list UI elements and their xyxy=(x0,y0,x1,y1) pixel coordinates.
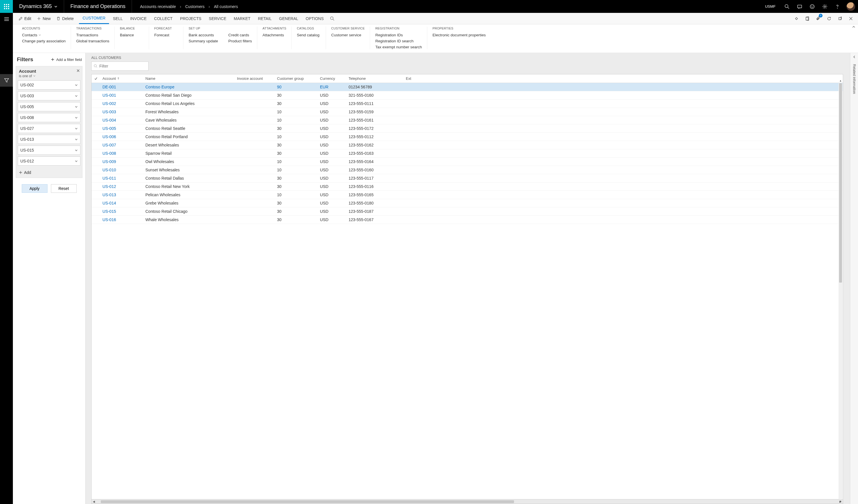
cell-name[interactable]: Sunset Wholesales xyxy=(143,168,235,172)
table-row[interactable]: US-002Contoso Retail Los Angeles30USD123… xyxy=(92,100,843,108)
column-header-invoice-account[interactable]: Invoice account xyxy=(235,76,275,81)
cell-name[interactable]: Contoso Retail New York xyxy=(143,184,235,189)
breadcrumb-item[interactable]: Accounts receivable xyxy=(140,4,176,9)
vertical-scroll-thumb[interactable] xyxy=(839,83,842,282)
table-row[interactable]: US-013Pelican Wholesales10USD123-555-016… xyxy=(92,191,843,199)
ribbon-link[interactable]: Product filters xyxy=(228,39,252,43)
edit-button[interactable]: Edit xyxy=(16,13,34,24)
ribbon-link[interactable]: Summary update xyxy=(189,39,218,43)
ribbon-link[interactable]: Send catalog xyxy=(297,33,319,37)
cell-currency[interactable]: USD xyxy=(318,101,346,106)
scroll-up-arrow[interactable]: ▲ xyxy=(839,79,843,82)
table-row[interactable]: US-003Forest Wholesales10USD123-555-0159 xyxy=(92,108,843,116)
cell-account[interactable]: US-014 xyxy=(100,201,143,205)
cell-customer-group[interactable]: 10 xyxy=(275,159,318,164)
table-row[interactable]: US-008Sparrow Retail30USD123-555-0163 xyxy=(92,149,843,158)
cell-name[interactable]: Sparrow Retail xyxy=(143,151,235,156)
ribbon-link[interactable]: Tax exempt number search xyxy=(375,45,422,49)
cell-currency[interactable]: USD xyxy=(318,134,346,139)
cell-account[interactable]: US-010 xyxy=(100,168,143,172)
filter-value-select[interactable]: US-012 xyxy=(18,157,80,166)
cell-name[interactable]: Contoso Retail Dallas xyxy=(143,176,235,180)
cell-customer-group[interactable]: 30 xyxy=(275,176,318,180)
cell-account[interactable]: US-004 xyxy=(100,118,143,123)
cell-account[interactable]: US-001 xyxy=(100,93,143,98)
messages-button[interactable] xyxy=(793,0,806,13)
table-row[interactable]: US-010Sunset Wholesales10USD123-555-0160 xyxy=(92,166,843,174)
vertical-scrollbar[interactable]: ▲ ▼ xyxy=(839,83,843,499)
cell-currency[interactable]: USD xyxy=(318,118,346,123)
delete-button[interactable]: Delete xyxy=(53,13,76,24)
filter-value-select[interactable]: US-015 xyxy=(18,146,80,155)
grid-quick-filter[interactable] xyxy=(91,62,148,71)
cell-currency[interactable]: USD xyxy=(318,151,346,156)
filter-value-select[interactable]: US-027 xyxy=(18,124,80,133)
cell-customer-group[interactable]: 30 xyxy=(275,209,318,214)
column-header-currency[interactable]: Currency xyxy=(318,76,346,81)
scroll-down-arrow[interactable]: ▼ xyxy=(839,500,843,503)
apply-filters-button[interactable]: Apply xyxy=(22,184,48,193)
ribbon-link[interactable]: Bank accounts xyxy=(189,33,218,37)
cell-name[interactable]: Grebe Wholesales xyxy=(143,201,235,205)
cell-name[interactable]: Whale Wholesales xyxy=(143,217,235,222)
cell-currency[interactable]: USD xyxy=(318,184,346,189)
column-header-customer-group[interactable]: Customer group xyxy=(275,76,318,81)
table-row[interactable]: US-004Cave Wholesales10USD123-555-0161 xyxy=(92,116,843,125)
horizontal-scroll-thumb[interactable] xyxy=(101,500,514,503)
ribbon-link[interactable]: Contacts xyxy=(22,33,65,37)
user-avatar[interactable] xyxy=(846,2,855,11)
related-info-label[interactable]: Related information xyxy=(852,64,856,94)
column-header-ext[interactable]: Ext xyxy=(403,76,843,81)
ribbon-link[interactable]: Global transactions xyxy=(76,39,109,43)
cell-currency[interactable]: USD xyxy=(318,201,346,205)
app-launcher-button[interactable] xyxy=(0,0,13,13)
refresh-button[interactable] xyxy=(824,13,834,24)
ribbon-link[interactable]: Balance xyxy=(120,33,134,37)
cell-customer-group[interactable]: 90 xyxy=(275,85,318,89)
scroll-left-arrow[interactable]: ◀ xyxy=(92,500,96,503)
cell-account[interactable]: US-008 xyxy=(100,151,143,156)
new-button[interactable]: New xyxy=(34,13,53,24)
feedback-button[interactable] xyxy=(806,0,819,13)
cell-name[interactable]: Owl Wholesales xyxy=(143,159,235,164)
table-row[interactable]: US-005Contoso Retail Seattle30USD123-555… xyxy=(92,125,843,133)
cell-name[interactable]: Contoso Retail Portland xyxy=(143,134,235,139)
filter-value-select[interactable]: US-005 xyxy=(18,102,80,111)
settings-button[interactable] xyxy=(819,0,831,13)
cell-name[interactable]: Desert Wholesales xyxy=(143,143,235,147)
cell-name[interactable]: Contoso Europe xyxy=(143,85,235,89)
breadcrumb-item[interactable]: Customers xyxy=(185,4,205,9)
cell-name[interactable]: Cave Wholesales xyxy=(143,118,235,123)
cell-currency[interactable]: USD xyxy=(318,168,346,172)
cell-currency[interactable]: USD xyxy=(318,209,346,214)
ribbon-link[interactable]: Registration ID search xyxy=(375,39,422,43)
action-tab-retail[interactable]: RETAIL xyxy=(254,13,275,24)
cell-customer-group[interactable]: 30 xyxy=(275,93,318,98)
cell-customer-group[interactable]: 30 xyxy=(275,184,318,189)
help-button[interactable] xyxy=(831,0,844,13)
cell-name[interactable]: Contoso Retail Los Angeles xyxy=(143,101,235,106)
add-filter-field-button[interactable]: Add a filter field xyxy=(51,58,82,62)
cell-currency[interactable]: USD xyxy=(318,93,346,98)
cell-customer-group[interactable]: 30 xyxy=(275,201,318,205)
cell-account[interactable]: US-005 xyxy=(100,126,143,131)
filter-value-select[interactable]: US-002 xyxy=(18,80,80,90)
action-tab-customer[interactable]: CUSTOMER xyxy=(79,13,109,24)
cell-customer-group[interactable]: 10 xyxy=(275,118,318,123)
cell-account[interactable]: US-015 xyxy=(100,209,143,214)
cell-customer-group[interactable]: 30 xyxy=(275,126,318,131)
cell-customer-group[interactable]: 10 xyxy=(275,134,318,139)
ribbon-link[interactable]: Attachments xyxy=(263,33,284,37)
column-header-telephone[interactable]: Telephone xyxy=(346,76,403,81)
cell-name[interactable]: Contoso Retail Chicago xyxy=(143,209,235,214)
filter-value-select[interactable]: US-008 xyxy=(18,113,80,122)
ribbon-collapse-button[interactable] xyxy=(852,25,856,30)
cell-currency[interactable]: USD xyxy=(318,217,346,222)
cell-account[interactable]: US-006 xyxy=(100,134,143,139)
cell-name[interactable]: Contoso Retail San Diego xyxy=(143,93,235,98)
table-row[interactable]: US-009Owl Wholesales10USD123-555-0164 xyxy=(92,158,843,166)
cell-account[interactable]: US-007 xyxy=(100,143,143,147)
horizontal-scrollbar[interactable]: ◀ ▶ xyxy=(92,499,843,504)
column-header-select[interactable] xyxy=(92,77,100,80)
cell-currency[interactable]: USD xyxy=(318,110,346,114)
